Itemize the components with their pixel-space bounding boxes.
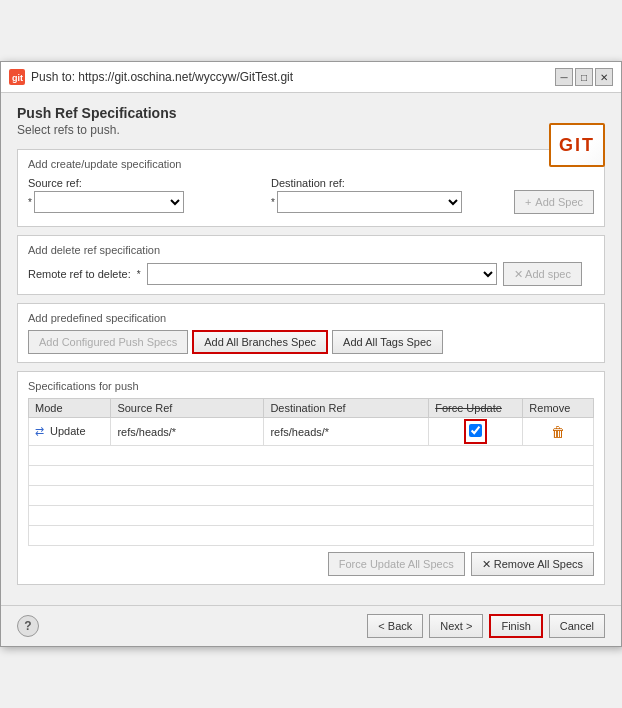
col-header-source-ref: Source Ref: [111, 399, 264, 418]
row-source-ref: refs/heads/*: [111, 418, 264, 446]
maximize-button[interactable]: □: [575, 68, 593, 86]
col-header-dest-ref: Destination Ref: [264, 399, 429, 418]
footer-left: ?: [17, 615, 367, 637]
remote-ref-label: Remote ref to delete:: [28, 268, 131, 280]
add-all-branches-label: Add All Branches Spec: [204, 336, 316, 348]
remote-ref-asterisk: *: [137, 269, 141, 280]
add-all-branches-spec-button[interactable]: Add All Branches Spec: [192, 330, 328, 354]
remove-icon[interactable]: 🗑: [529, 424, 587, 440]
cancel-button[interactable]: Cancel: [549, 614, 605, 638]
row-mode-cell: ⇄ Update: [29, 418, 111, 446]
main-window: git Push to: https://git.oschina.net/wyc…: [0, 61, 622, 647]
source-ref-select[interactable]: [34, 191, 184, 213]
specs-table-body: ⇄ Update refs/heads/* refs/heads/*: [29, 418, 594, 546]
add-configured-label: Add Configured Push Specs: [39, 336, 177, 348]
header-area: Push Ref Specifications Select refs to p…: [17, 105, 605, 149]
force-update-all-specs-button[interactable]: Force Update All Specs: [328, 552, 465, 576]
window-controls: ─ □ ✕: [555, 68, 613, 86]
dest-asterisk: *: [271, 197, 275, 208]
table-row: ⇄ Update refs/heads/* refs/heads/*: [29, 418, 594, 446]
remove-all-specs-button[interactable]: ✕ Remove All Specs: [471, 552, 594, 576]
specs-table-header: Mode Source Ref Destination Ref Force Up…: [29, 399, 594, 418]
empty-row-3: [29, 486, 594, 506]
next-label: Next >: [440, 620, 472, 632]
specs-table-header-row: Mode Source Ref Destination Ref Force Up…: [29, 399, 594, 418]
col-header-force-update: Force Update: [429, 399, 523, 418]
add-all-tags-spec-button[interactable]: Add All Tags Spec: [332, 330, 442, 354]
close-button[interactable]: ✕: [595, 68, 613, 86]
dest-ref-group: Destination ref: *: [271, 177, 504, 213]
next-button[interactable]: Next >: [429, 614, 483, 638]
title-area: Push Ref Specifications Select refs to p…: [17, 105, 176, 149]
add-spec-label: Add Spec: [535, 196, 583, 208]
dest-ref-select[interactable]: [277, 191, 462, 213]
source-ref-label: Source ref:: [28, 177, 261, 189]
add-configured-push-specs-button[interactable]: Add Configured Push Specs: [28, 330, 188, 354]
row-dest-ref: refs/heads/*: [264, 418, 429, 446]
minimize-button[interactable]: ─: [555, 68, 573, 86]
dest-ref-label: Destination ref:: [271, 177, 504, 189]
back-label: < Back: [378, 620, 412, 632]
source-asterisk: *: [28, 197, 32, 208]
back-button[interactable]: < Back: [367, 614, 423, 638]
remove-all-label: Remove All Specs: [494, 558, 583, 570]
delete-ref-row: Remote ref to delete: * ✕ Add spec: [28, 262, 594, 286]
predefined-title: Add predefined specification: [28, 312, 594, 324]
delete-ref-title: Add delete ref specification: [28, 244, 594, 256]
add-spec-btn-wrapper: + Add Spec: [514, 190, 594, 214]
svg-text:git: git: [12, 73, 23, 83]
git-icon: git: [9, 69, 25, 85]
mode-icon: ⇄: [35, 425, 44, 437]
add-delete-spec-button[interactable]: ✕ Add spec: [503, 262, 582, 286]
finish-label: Finish: [501, 620, 530, 632]
create-update-row: Source ref: * Destination ref: *: [28, 176, 594, 214]
force-update-all-label: Force Update All Specs: [339, 558, 454, 570]
page-title: Push Ref Specifications: [17, 105, 176, 121]
empty-row-5: [29, 526, 594, 546]
row-force-update-cell: [429, 418, 523, 446]
predefined-section: Add predefined specification Add Configu…: [17, 303, 605, 363]
add-spec-button[interactable]: + Add Spec: [514, 190, 594, 214]
title-bar: git Push to: https://git.oschina.net/wyc…: [1, 62, 621, 93]
source-ref-group: Source ref: *: [28, 177, 261, 213]
finish-button[interactable]: Finish: [489, 614, 542, 638]
col-header-remove: Remove: [523, 399, 594, 418]
git-logo: GIT: [549, 123, 605, 167]
remove-all-icon: ✕: [482, 558, 491, 570]
main-content: Push Ref Specifications Select refs to p…: [1, 93, 621, 605]
predefined-btns: Add Configured Push Specs Add All Branch…: [28, 330, 594, 354]
add-spec-icon: +: [525, 196, 531, 208]
add-delete-spec-label: ✕ Add spec: [514, 268, 571, 280]
empty-row-2: [29, 466, 594, 486]
create-update-section: Add create/update specification Source r…: [17, 149, 605, 227]
help-button[interactable]: ?: [17, 615, 39, 637]
remote-ref-select[interactable]: [147, 263, 497, 285]
specs-action-buttons: Force Update All Specs ✕ Remove All Spec…: [28, 552, 594, 576]
window-title: Push to: https://git.oschina.net/wyccyw/…: [31, 70, 549, 84]
empty-row-4: [29, 506, 594, 526]
create-update-title: Add create/update specification: [28, 158, 594, 170]
specs-for-push-section: Specifications for push Mode Source Ref …: [17, 371, 605, 585]
row-mode: Update: [50, 425, 85, 437]
add-all-tags-label: Add All Tags Spec: [343, 336, 431, 348]
col-header-mode: Mode: [29, 399, 111, 418]
footer: ? < Back Next > Finish Cancel: [1, 605, 621, 646]
specs-table: Mode Source Ref Destination Ref Force Up…: [28, 398, 594, 546]
row-remove-cell: 🗑: [523, 418, 594, 446]
delete-ref-section: Add delete ref specification Remote ref …: [17, 235, 605, 295]
specs-table-title: Specifications for push: [28, 380, 594, 392]
footer-buttons: < Back Next > Finish Cancel: [367, 614, 605, 638]
empty-row-1: [29, 446, 594, 466]
force-update-checkbox[interactable]: [469, 424, 482, 437]
cancel-label: Cancel: [560, 620, 594, 632]
page-subtitle: Select refs to push.: [17, 123, 176, 137]
